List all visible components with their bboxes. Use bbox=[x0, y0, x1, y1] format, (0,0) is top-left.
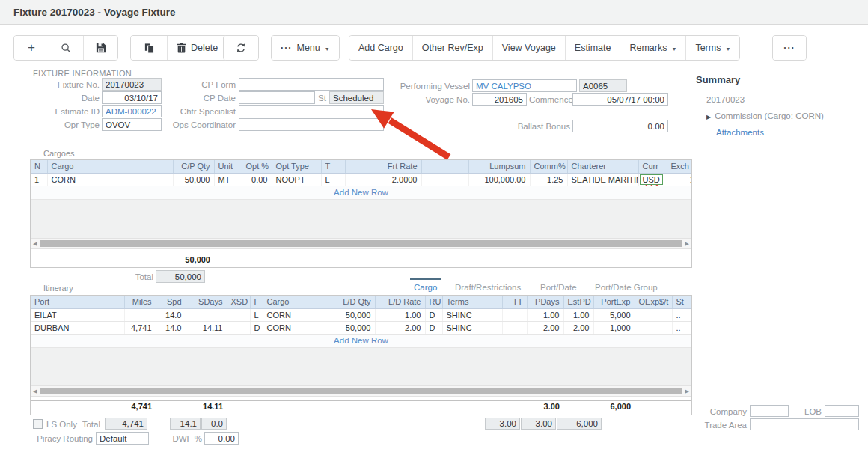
menu-button[interactable]: ···Menu▼ bbox=[272, 36, 339, 60]
itinerary-total-label: Total bbox=[75, 420, 100, 429]
view-voyage-button[interactable]: View Voyage bbox=[492, 36, 565, 60]
cell-xsd[interactable] bbox=[227, 308, 250, 321]
add-cargo-button[interactable]: Add Cargo bbox=[349, 36, 412, 60]
cell-xsd[interactable] bbox=[227, 321, 250, 334]
cell-opt-type[interactable]: NOOPT bbox=[272, 173, 321, 186]
cargoes-horizontal-scrollbar[interactable]: ◀ ▶ bbox=[31, 238, 691, 249]
cell-opt-pct[interactable]: 0.00 bbox=[242, 173, 272, 186]
dwf-field[interactable] bbox=[204, 432, 239, 445]
cell-f[interactable]: L bbox=[250, 308, 263, 321]
cell-it-cargo[interactable]: CORN bbox=[263, 321, 334, 334]
search-button[interactable] bbox=[49, 36, 83, 60]
cell-pdays[interactable]: 1.00 bbox=[527, 308, 563, 321]
cell-pdays[interactable]: 2.00 bbox=[527, 321, 563, 334]
cell-portexp[interactable]: 1,000 bbox=[593, 321, 635, 334]
tab-port-date-group[interactable]: Port/Date Group bbox=[595, 283, 658, 292]
cp-date-field[interactable] bbox=[239, 91, 315, 104]
cell-port[interactable]: EILAT bbox=[31, 308, 124, 321]
ls-only-checkbox[interactable] bbox=[33, 419, 43, 429]
cell-port[interactable]: DURBAN bbox=[31, 321, 124, 334]
cell-frt-rate[interactable]: 2.0000 bbox=[345, 173, 421, 186]
new-record-button[interactable]: + bbox=[14, 36, 49, 60]
cell-charterer[interactable]: SEATIDE MARITIME bbox=[567, 173, 638, 186]
cell-st[interactable]: .. bbox=[672, 321, 692, 334]
estimate-id-field[interactable] bbox=[102, 105, 162, 117]
lob-label: LOB bbox=[799, 407, 822, 416]
remarks-button[interactable]: Remarks▼ bbox=[620, 36, 685, 60]
estimate-id-label: Estimate ID bbox=[30, 107, 100, 116]
itinerary-add-new-row-link[interactable]: Add New Row bbox=[31, 335, 691, 348]
cell-comm-pct[interactable]: 1.25 bbox=[530, 173, 567, 186]
cell-terms[interactable]: SHINC bbox=[442, 321, 502, 334]
cell-curr-selected[interactable]: USD bbox=[638, 173, 667, 186]
cell-t[interactable]: L bbox=[321, 173, 345, 186]
cell-exch[interactable]: 1.0000 bbox=[667, 173, 692, 186]
scroll-left-icon[interactable]: ◀ bbox=[33, 388, 37, 394]
voyage-no-field[interactable] bbox=[472, 93, 527, 106]
copy-button[interactable] bbox=[131, 36, 167, 60]
cell-spd[interactable]: 14.0 bbox=[156, 321, 186, 334]
cargoes-add-new-row-link[interactable]: Add New Row bbox=[31, 186, 691, 200]
cell-tt[interactable] bbox=[502, 308, 527, 321]
cell-ld-qty[interactable]: 50,000 bbox=[334, 321, 375, 334]
cell-oexp[interactable] bbox=[635, 321, 672, 334]
date-field[interactable] bbox=[102, 91, 162, 104]
cell-cargo[interactable]: CORN bbox=[47, 173, 173, 186]
tab-port-date[interactable]: Port/Date bbox=[540, 283, 577, 292]
itinerary-horizontal-scrollbar[interactable]: ◀ ▶ bbox=[31, 385, 691, 397]
company-field[interactable] bbox=[750, 405, 789, 417]
cell-oexp[interactable] bbox=[635, 308, 672, 321]
itinerary-scrollbar-thumb[interactable] bbox=[40, 388, 682, 394]
cell-ld-rate[interactable]: 2.00 bbox=[375, 321, 425, 334]
cell-miles[interactable] bbox=[124, 308, 156, 321]
total-speed-field bbox=[170, 418, 201, 430]
piracy-routing-field[interactable] bbox=[96, 432, 149, 445]
scroll-left-icon[interactable]: ◀ bbox=[33, 241, 37, 247]
cell-ld-rate[interactable]: 1.00 bbox=[375, 308, 425, 321]
scroll-right-icon[interactable]: ▶ bbox=[685, 388, 689, 394]
cell-ru[interactable]: D bbox=[425, 321, 442, 334]
tab-draft-restrictions[interactable]: Draft/Restrictions bbox=[455, 283, 521, 292]
attachments-link[interactable]: Attachments bbox=[716, 128, 764, 137]
delete-button[interactable]: Delete bbox=[167, 36, 227, 60]
cell-estpd[interactable]: 2.00 bbox=[563, 321, 593, 334]
save-button[interactable] bbox=[83, 36, 117, 60]
ops-coordinator-field[interactable] bbox=[239, 118, 384, 131]
cell-lumpsum[interactable]: 100,000.00 bbox=[468, 173, 530, 186]
cell-miles[interactable]: 4,741 bbox=[124, 321, 156, 334]
summary-commission-item[interactable]: ▶Commission (Cargo: CORN) bbox=[706, 112, 824, 120]
ballast-bonus-field[interactable] bbox=[572, 120, 668, 132]
cell-tt[interactable] bbox=[502, 321, 527, 334]
scroll-right-icon[interactable]: ▶ bbox=[685, 241, 689, 247]
cell-portexp[interactable]: 5,000 bbox=[593, 308, 635, 321]
cell-f[interactable]: D bbox=[250, 321, 263, 334]
other-rev-exp-button[interactable]: Other Rev/Exp bbox=[412, 36, 492, 60]
opr-type-field[interactable] bbox=[102, 118, 162, 131]
cell-blank[interactable] bbox=[421, 173, 468, 186]
cell-it-cargo[interactable]: CORN bbox=[263, 308, 334, 321]
cell-unit[interactable]: MT bbox=[214, 173, 242, 186]
cargoes-scrollbar-thumb[interactable] bbox=[40, 240, 682, 247]
col-header-xsd: XSD bbox=[227, 296, 250, 308]
cell-terms[interactable]: SHINC bbox=[442, 308, 502, 321]
terms-button[interactable]: Terms▼ bbox=[685, 36, 739, 60]
lob-field[interactable] bbox=[825, 405, 859, 417]
performing-vessel-field[interactable] bbox=[472, 79, 577, 92]
cell-spd[interactable]: 14.0 bbox=[156, 308, 186, 321]
cell-sdays[interactable] bbox=[186, 308, 227, 321]
more-button[interactable]: ··· bbox=[773, 36, 806, 60]
estimate-button[interactable]: Estimate bbox=[565, 36, 620, 60]
cell-ru[interactable]: D bbox=[425, 308, 442, 321]
cell-st[interactable]: .. bbox=[672, 308, 692, 321]
tab-cargo[interactable]: Cargo bbox=[414, 283, 437, 292]
cp-form-field[interactable] bbox=[239, 78, 384, 91]
cell-estpd[interactable]: 1.00 bbox=[563, 308, 593, 321]
trade-area-field[interactable] bbox=[750, 418, 859, 430]
commence-field[interactable] bbox=[572, 93, 668, 106]
cell-ld-qty[interactable]: 50,000 bbox=[334, 308, 375, 321]
cell-cp-qty[interactable]: 50,000 bbox=[173, 173, 214, 186]
chtr-specialist-field[interactable] bbox=[239, 105, 384, 117]
refresh-button[interactable] bbox=[224, 36, 258, 60]
cell-sdays[interactable]: 14.11 bbox=[186, 321, 227, 334]
cell-n[interactable]: 1 bbox=[31, 173, 47, 186]
